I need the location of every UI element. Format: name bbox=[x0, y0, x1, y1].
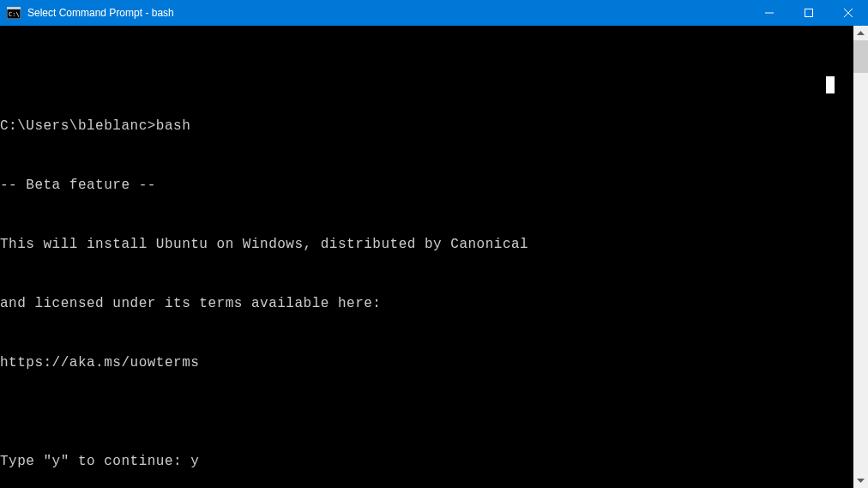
close-button[interactable] bbox=[829, 0, 868, 26]
terminal-output[interactable]: C:\Users\bleblanc>bash -- Beta feature -… bbox=[0, 26, 853, 488]
svg-marker-8 bbox=[857, 479, 865, 483]
minimize-button[interactable] bbox=[750, 0, 789, 26]
scrollbar-thumb[interactable] bbox=[853, 40, 868, 73]
svg-rect-1 bbox=[7, 7, 21, 9]
terminal-line: C:\Users\bleblanc>bash bbox=[0, 117, 853, 136]
vertical-scrollbar[interactable] bbox=[853, 26, 868, 488]
scroll-up-button[interactable] bbox=[853, 26, 868, 40]
svg-marker-7 bbox=[857, 31, 865, 35]
svg-rect-4 bbox=[805, 9, 813, 17]
cmd-icon: C:\ bbox=[7, 7, 21, 19]
terminal-line: -- Beta feature -- bbox=[0, 176, 853, 196]
window-title: Select Command Prompt - bash bbox=[27, 7, 750, 19]
window-controls bbox=[750, 0, 868, 26]
titlebar[interactable]: C:\ Select Command Prompt - bash bbox=[0, 0, 868, 26]
terminal-line: This will install Ubuntu on Windows, dis… bbox=[0, 235, 853, 255]
svg-text:C:\: C:\ bbox=[9, 11, 20, 18]
scrollbar-track[interactable] bbox=[853, 40, 868, 473]
terminal-line: and licensed under its terms available h… bbox=[0, 294, 853, 314]
maximize-button[interactable] bbox=[789, 0, 829, 26]
terminal-line: https://aka.ms/uowterms bbox=[0, 353, 853, 373]
selection-cursor bbox=[826, 76, 835, 93]
client-area: C:\Users\bleblanc>bash -- Beta feature -… bbox=[0, 26, 868, 488]
scroll-down-button[interactable] bbox=[853, 473, 868, 488]
terminal-line: Type "y" to continue: y bbox=[0, 452, 853, 472]
cmd-window: C:\ Select Command Prompt - bash C:\User… bbox=[0, 0, 868, 488]
